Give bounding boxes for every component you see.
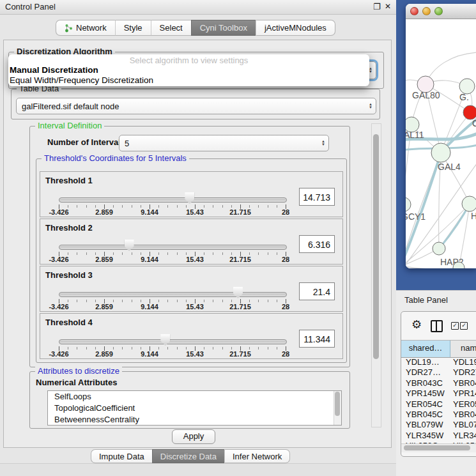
network-node-gcy1[interactable] [406, 197, 411, 211]
close-panel-icon[interactable]: ✕ [385, 2, 391, 12]
combo-arrows-icon: ▲▼ [318, 140, 328, 146]
cell-shared-name[interactable]: YER054C [401, 399, 450, 410]
scrollbar-thumb[interactable] [335, 392, 340, 416]
table-row[interactable]: YPR145WYPR145W [401, 388, 476, 399]
tick-mark [158, 300, 159, 302]
panel-vertical-scrollbar[interactable] [371, 123, 381, 427]
tick-mark [167, 300, 168, 302]
scrollbar-thumb[interactable] [404, 445, 470, 450]
split-columns-icon[interactable] [431, 320, 443, 332]
cell-name[interactable]: YLR345W [450, 431, 476, 441]
column-header-name[interactable]: name [450, 341, 476, 357]
node-label: H [471, 211, 476, 221]
cell-shared-name[interactable]: YBR045C [401, 410, 450, 420]
tick-label: -3.426 [49, 208, 68, 216]
tick-mark [68, 347, 68, 349]
cell-name[interactable]: YBR043C [450, 378, 476, 388]
slider-track[interactable] [59, 339, 287, 344]
tab-select[interactable]: Select [151, 20, 191, 36]
tick-mark [186, 205, 187, 208]
network-view-window[interactable]: GAL80G.CGAL11GAL4GCY1HHAP2 [406, 4, 476, 268]
tick-label: -3.426 [49, 350, 68, 358]
tab-infer-network[interactable]: Infer Network [224, 449, 290, 463]
threshold-box-3: Threshold 3-3.4262.8599.14415.4321.71528… [40, 266, 343, 312]
cell-shared-name[interactable]: YBR043C [401, 378, 450, 388]
popup-item-manual-discretization[interactable]: Manual Discretization [8, 65, 369, 75]
threshold-box-4: Threshold 4-3.4262.8599.14415.4321.71528… [40, 313, 343, 359]
settings-gear-icon[interactable]: ⚙ [411, 318, 422, 331]
scrollbar-thumb[interactable] [373, 134, 379, 359]
minimize-window-icon[interactable] [422, 7, 431, 15]
tick-mark [77, 347, 77, 349]
network-node-gal4[interactable] [431, 143, 450, 162]
float-window-icon[interactable]: ❐ [373, 2, 381, 12]
cell-name[interactable]: YBL079W [450, 420, 476, 430]
threshold-box-2: Threshold 2-3.4262.8599.14415.4321.71528… [40, 219, 343, 265]
numerical-attributes-list[interactable]: SelfLoopsTopologicalCoefficientBetweenne… [47, 390, 342, 426]
threshold-value-field[interactable]: 14.713 [299, 188, 335, 206]
table-row[interactable]: YER054CYER054C [401, 399, 476, 410]
popup-item-equal-width-frequency-discretization[interactable]: Equal Width/Frequency Discretization [8, 75, 369, 86]
slider-track[interactable] [59, 245, 287, 250]
cell-shared-name[interactable]: YDR27… [401, 367, 450, 378]
tab-network[interactable]: Network [56, 20, 115, 36]
tick-mark [141, 252, 141, 255]
number-of-intervals-select[interactable]: 5 ▲▼ [119, 135, 329, 151]
cell-name[interactable]: YPR145W [450, 388, 476, 399]
table-horizontal-scrollbar[interactable] [401, 443, 476, 452]
slider-track[interactable] [59, 292, 287, 297]
cell-shared-name[interactable]: YLR345W [401, 431, 450, 441]
table-row[interactable]: YBR045CYBR045C [401, 410, 476, 420]
close-window-icon[interactable] [410, 7, 418, 15]
tick-mark [122, 300, 123, 302]
cell-name[interactable]: YDL19… [450, 357, 476, 367]
attribute-item-topologicalcoefficient[interactable]: TopologicalCoefficient [48, 403, 341, 414]
table-row[interactable]: YLR345WYLR345W [401, 431, 476, 441]
table-row[interactable]: YDL19…YDL19… [401, 357, 476, 367]
select-columns-checkbox-icon[interactable]: ✓ [451, 322, 459, 330]
cell-shared-name[interactable]: YBL079W [401, 420, 450, 430]
network-canvas[interactable]: GAL80G.CGAL11GAL4GCY1HHAP2 [406, 19, 476, 268]
select-columns-checkbox-icon[interactable]: ✓ [460, 322, 468, 330]
tick-label: 28 [282, 303, 289, 311]
tick-mark [86, 252, 87, 255]
attributes-list-scrollbar[interactable] [334, 391, 341, 425]
threshold-value-field[interactable]: 11.344 [299, 330, 335, 348]
attribute-item-betweennesscentrality[interactable]: BetweennessCentrality [48, 414, 341, 426]
network-node-c[interactable] [463, 105, 476, 119]
attribute-item-selfloops[interactable]: SelfLoops [48, 391, 341, 403]
tick-mark [68, 300, 68, 302]
tick-mark [204, 205, 204, 208]
table-row[interactable]: YBR043CYBR043C [401, 378, 476, 388]
slider-track[interactable] [59, 197, 287, 203]
tick-mark [158, 205, 159, 208]
thresholds-group-title: Threshold's Coordinates for 5 Intervals [42, 153, 189, 163]
cell-name[interactable]: YBR045C [450, 410, 476, 420]
tab-style[interactable]: Style [115, 20, 151, 36]
tick-mark [268, 252, 268, 255]
tick-mark [77, 252, 77, 255]
threshold-value-field[interactable]: 21.4 [299, 282, 335, 300]
network-node-h[interactable] [462, 196, 476, 211]
cell-shared-name[interactable]: YDL19… [401, 357, 450, 367]
threshold-value-field[interactable]: 6.316 [299, 235, 335, 253]
table-row[interactable]: YBL079WYBL079W [401, 420, 476, 430]
interval-definition-title: Interval Definition [35, 121, 104, 130]
tab-impute-data[interactable]: Impute Data [91, 449, 152, 463]
column-header-shared[interactable]: shared… [401, 341, 450, 357]
cell-name[interactable]: YDR27… [450, 367, 476, 378]
tick-mark [167, 205, 168, 208]
tick-mark [222, 347, 223, 349]
cell-shared-name[interactable]: YPR145W [401, 388, 450, 399]
apply-button[interactable]: Apply [172, 429, 215, 444]
network-node-hap2[interactable] [433, 242, 445, 255]
network-graph: GAL80G.CGAL11GAL4GCY1HHAP2 [406, 19, 476, 268]
tick-mark [68, 205, 68, 208]
tab-cyni-toolbox[interactable]: Cyni Toolbox [191, 20, 256, 36]
tab-discretize-data[interactable]: Discretize Data [152, 449, 224, 463]
table-row[interactable]: YDR27…YDR27… [401, 367, 476, 378]
zoom-window-icon[interactable] [434, 7, 443, 15]
tab-jactivemnodules[interactable]: jActiveMNodules [256, 20, 335, 36]
table-data-select[interactable]: galFiltered.sif default node ▲▼ [16, 98, 376, 114]
cell-name[interactable]: YER054C [450, 399, 476, 410]
